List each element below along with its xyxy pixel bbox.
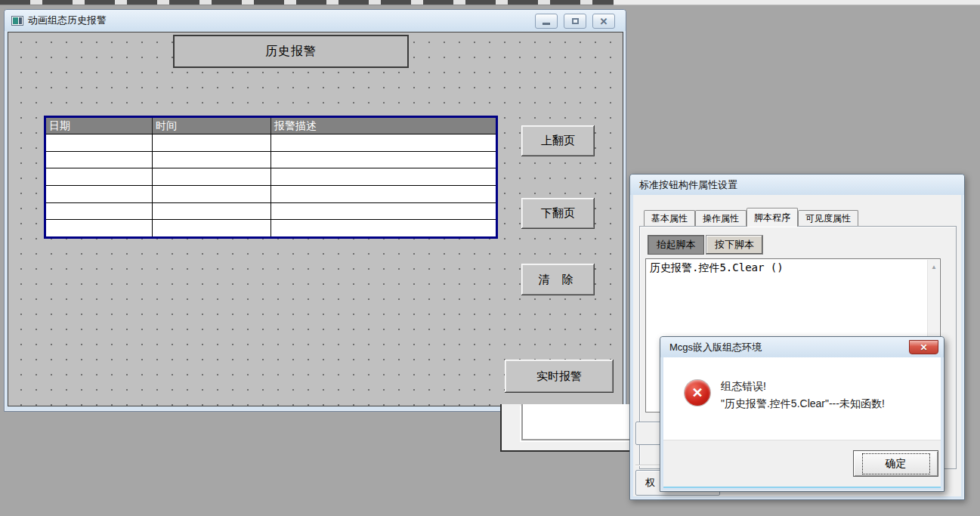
minimize-button[interactable] [535,14,558,29]
table-cell [46,152,153,168]
properties-dialog-titlebar[interactable]: 标准按钮构件属性设置 [630,175,964,195]
table-cell [153,134,271,151]
table-cell [46,168,153,185]
table-cell [271,168,496,185]
form-canvas[interactable]: 历史报警 日期 时间 报警描述 上翻页 下翻页 清 除 实时报警 [8,32,623,406]
ok-button[interactable]: 确定 [853,450,938,477]
table-cell [153,186,271,202]
error-close-icon: ✕ [920,342,927,353]
table-row[interactable] [46,168,496,185]
realtime-alarm-button[interactable]: 实时报警 [505,360,614,393]
column-header-time: 时间 [153,118,271,134]
column-header-description: 报警描述 [271,118,496,134]
tab-operation-properties[interactable]: 操作属性 [695,210,747,227]
page-down-button[interactable]: 下翻页 [521,198,595,229]
table-cell [46,186,153,202]
table-cell [153,168,271,185]
table-row[interactable] [46,219,496,236]
error-dialog: Mcgs嵌入版组态环境 ✕ ✕ 组态错误! "历史报警.控件5.Clear"--… [660,336,944,492]
error-dialog-titlebar[interactable]: Mcgs嵌入版组态环境 ✕ [660,337,944,357]
designer-titlebar[interactable]: 动画组态历史报警 ✕ [5,10,626,31]
column-header-date: 日期 [46,118,153,134]
page-up-button[interactable]: 上翻页 [521,125,595,156]
tab-script-program[interactable]: 脚本程序 [747,208,798,227]
error-icon: ✕ [685,380,710,406]
alarm-table-body [46,134,496,236]
alarm-table[interactable]: 日期 时间 报警描述 [44,116,498,239]
form-window-icon [11,16,23,26]
table-cell [271,152,496,168]
minimize-icon [543,23,550,25]
designer-window-title: 动画组态历史报警 [28,14,107,27]
table-cell [153,152,271,168]
release-script-tab[interactable]: 抬起脚本 [648,235,704,255]
error-close-button[interactable]: ✕ [909,340,938,354]
table-cell [271,203,496,220]
table-cell [153,220,271,236]
tab-basic-properties[interactable]: 基本属性 [644,210,695,227]
properties-tab-bar: 基本属性 操作属性 脚本程序 可见度属性 [644,209,858,227]
properties-dialog-title: 标准按钮构件属性设置 [639,178,737,192]
table-row[interactable] [46,134,496,151]
window-controls: ✕ [535,14,615,29]
background-toolbar-fragment-right [614,0,980,5]
table-cell [271,220,496,236]
maximize-button[interactable] [564,14,586,29]
designer-window: 动画组态历史报警 ✕ 历史报警 日期 时间 报警描述 上翻页 下翻页 清 除 实… [4,9,626,412]
tab-visibility-properties[interactable]: 可见度属性 [798,210,858,227]
table-cell [271,186,496,202]
error-dialog-body: ✕ 组态错误! "历史报警.控件5.Clear"---未知函数! 确定 [663,357,941,488]
desktop: 动画组态历史报警 ✕ 历史报警 日期 时间 报警描述 上翻页 下翻页 清 除 实… [0,0,980,516]
table-cell [271,134,496,151]
scrollbar-up-icon[interactable]: ▲ [928,261,940,273]
table-row[interactable] [46,202,496,220]
history-alarm-title-box[interactable]: 历史报警 [173,35,409,68]
error-message-line1: 组态错误! [721,378,885,395]
press-script-tab[interactable]: 按下脚本 [706,235,763,255]
table-cell [153,203,271,220]
alarm-table-header: 日期 时间 报警描述 [46,118,496,134]
error-dialog-title: Mcgs嵌入版组态环境 [669,341,762,354]
ok-button-label: 确定 [862,453,930,474]
table-cell [46,203,153,220]
error-icon-glyph: ✕ [691,385,703,401]
error-message: 组态错误! "历史报警.控件5.Clear"---未知函数! [721,378,885,412]
error-message-line2: "历史报警.控件5.Clear"---未知函数! [721,395,885,412]
table-row[interactable] [46,185,496,202]
table-cell [46,220,153,236]
maximize-icon [572,18,579,24]
background-toolbar-fragment [0,0,614,5]
table-row[interactable] [46,151,496,168]
clear-button[interactable]: 清 除 [521,264,595,295]
table-cell [46,134,153,151]
script-content[interactable]: 历史报警.控件5.Clear () [646,259,927,277]
close-button[interactable]: ✕ [592,14,615,29]
close-icon: ✕ [600,17,608,26]
